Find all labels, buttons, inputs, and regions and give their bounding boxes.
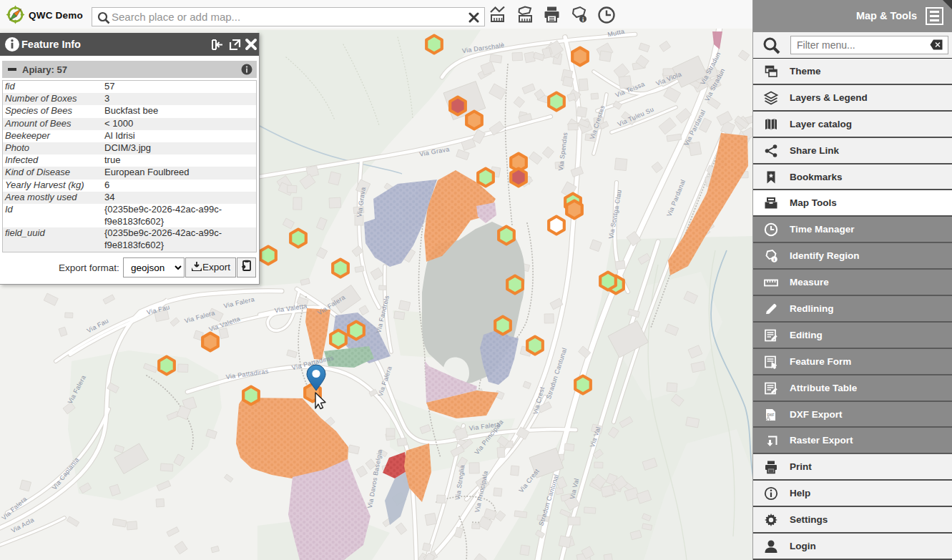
svg-text:DXF: DXF <box>767 412 775 416</box>
svg-text:i: i <box>774 257 775 262</box>
